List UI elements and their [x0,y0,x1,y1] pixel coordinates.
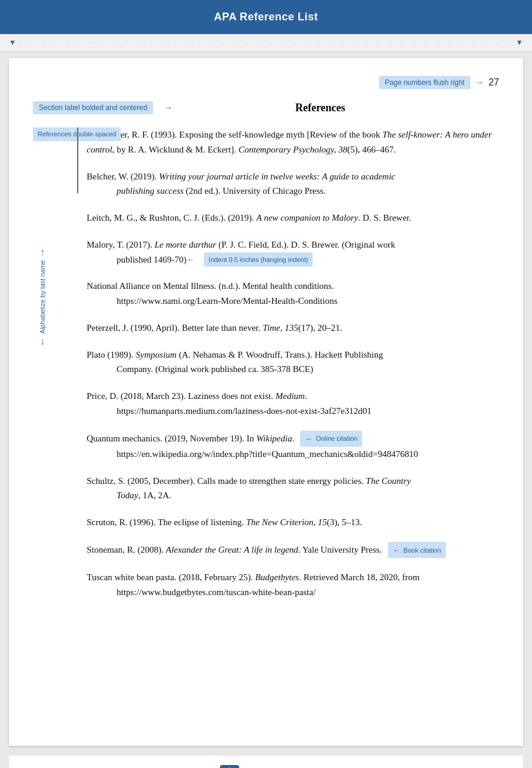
ref-entry-leitch: Leitch, M. G., & Rushton, C. J. (Eds.). … [87,211,499,225]
online-citation-label: Online citation [316,433,357,444]
ref-second-line-malory: published 1469-70) [87,252,186,267]
references-heading: References [177,102,463,114]
ref-second-line-belcher: publishing success (2nd ed.). University… [87,184,499,199]
online-arrow-icon: ← [305,432,313,445]
references-heading-row: Section label bolded and centered → Refe… [33,101,499,114]
ref-first-line-belcher: Belcher, W. (2019). Writing your journal… [87,169,499,184]
left-annotations: References double-spaced ↑ Alphabetize b… [33,127,81,612]
book-arrow-icon: ← [393,544,400,556]
ref-text-scruton: Scruton, R. (1996). The eclipse of liste… [87,517,362,527]
alphabetize-label: Alphabetize by last name [39,260,46,334]
ref-second-line-national: https://www.nami.org/Learn-More/Mental-H… [87,294,499,309]
header: APA Reference List [0,0,532,34]
footer-logo: WORDVICE [19,765,513,768]
section-label-tag: Section label bolded and centered [33,101,153,114]
page-number: 27 [488,77,499,88]
ref-text-leitch: Leitch, M. G., & Rushton, C. J. (Eds.). … [87,213,411,223]
header-title: APA Reference List [214,11,318,23]
ref-first-line-price: Price, D. (2018, March 23). Laziness doe… [87,389,499,404]
ref-text-peterzell: Peterzell, J. (1990, April). Better late… [87,323,342,333]
wordvice-logo-icon [220,765,239,768]
ref-first-line-malory: Malory, T. (2017). Le morte darthur (P. … [87,237,499,252]
ref-entry-scruton: Scruton, R. (1996). The eclipse of liste… [87,515,499,530]
ref-first-line-stoneman: Stoneman, R. (2008). Alexander the Great… [87,542,499,558]
ruler-arrow-right: ▼ [516,38,523,47]
ref-entry-tuscan: Tuscan white bean pasta. (2018, February… [87,570,499,600]
indent-arrow: ← [186,253,194,266]
alphabetize-annotation: ↑ Alphabetize by last name ↓ [39,247,46,347]
bracket-line [77,127,78,193]
references-list: Baumeister, R. F. (1993). Exposing the s… [81,127,499,612]
ruler-marks [19,42,513,43]
ref-second-line-price: https://humanparts.medium.com/laziness-d… [87,404,499,419]
ref-second-line-quantum: https://en.wikipedia.org/w/index.php?tit… [87,447,499,462]
ruler: ▼ ▼ [0,34,532,52]
ref-entry-stoneman: Stoneman, R. (2008). Alexander the Great… [87,542,499,558]
ref-second-line-tuscan: https://www.budgetbytes.com/tuscan-white… [87,585,499,600]
footer: WORDVICE [9,755,523,768]
section-label-arrow: → [164,103,172,112]
ref-first-line-plato: Plato (1989). Symposium (A. Nehamas & P.… [87,348,499,362]
book-citation-tag: ← Book citation [388,542,446,558]
page-numbers-label: Page numbers flush right [379,76,470,89]
ref-entry-price: Price, D. (2018, March 23). Laziness doe… [87,389,499,419]
alpha-arrow-down: ↓ [40,336,45,347]
ref-entry-schultz: Schultz, S. (2005, December). Calls made… [87,474,499,504]
indent-tag: Indent 0.5 inches (hanging indent) [204,252,313,267]
page-number-row: Page numbers flush right → 27 [33,76,499,89]
ref-first-line-quantum: Quantum mechanics. (2019, November 19). … [87,431,499,447]
ref-first-line-tuscan: Tuscan white bean pasta. (2018, February… [87,570,499,585]
ref-entry-peterzell: Peterzell, J. (1990, April). Better late… [87,321,499,336]
quantum-text: Quantum mechanics. (2019, November 19). … [87,431,294,446]
online-citation-tag: ← Online citation [300,431,362,447]
page-number-arrow: → [475,78,484,87]
stoneman-text: Stoneman, R. (2008). Alexander the Great… [87,543,382,557]
malory-indent-row: published 1469-70) ← Indent 0.5 inches (… [87,252,499,267]
ref-text-baumeister: Baumeister, R. F. (1993). Exposing the s… [87,130,492,154]
ref-entry-baumeister: Baumeister, R. F. (1993). Exposing the s… [87,127,499,157]
content-area: References double-spaced ↑ Alphabetize b… [33,127,499,612]
ref-entry-national: National Alliance on Mental Illness. (n.… [87,279,499,309]
page-content: Page numbers flush right → 27 Section la… [9,58,523,746]
ref-second-line-schultz: Today, 1A, 2A. [87,488,499,503]
ref-entry-malory: Malory, T. (2017). Le morte darthur (P. … [87,237,499,267]
ref-second-line-plato: Company. (Original work published ca. 38… [87,362,499,377]
ref-entry-belcher: Belcher, W. (2019). Writing your journal… [87,169,499,199]
book-citation-label: Book citation [403,545,441,556]
ref-first-line-schultz: Schultz, S. (2005, December). Calls made… [87,474,499,489]
ref-first-line-national: National Alliance on Mental Illness. (n.… [87,279,499,294]
alpha-arrow-up: ↑ [40,247,45,258]
ruler-arrow-left: ▼ [9,38,16,47]
ref-entry-quantum: Quantum mechanics. (2019, November 19). … [87,431,499,462]
ref-entry-plato: Plato (1989). Symposium (A. Nehamas & P.… [87,348,499,377]
